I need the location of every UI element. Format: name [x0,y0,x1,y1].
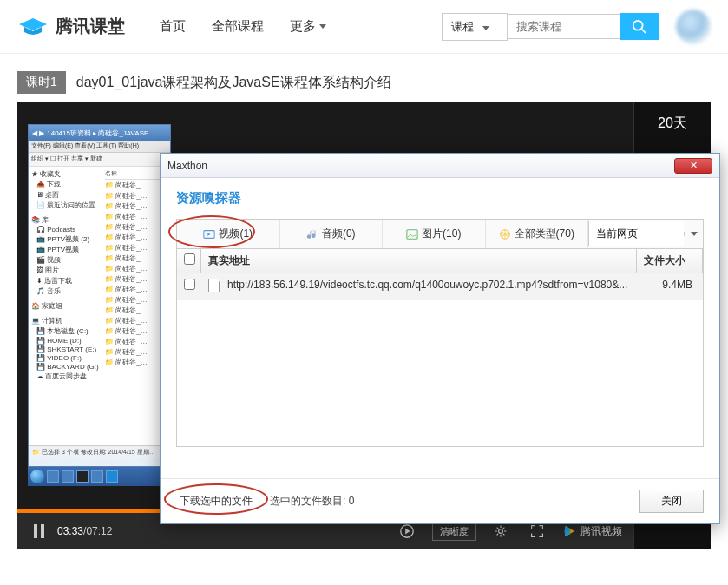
header-size[interactable]: 文件大小 [637,249,703,273]
brand-text: 腾讯课堂 [56,15,125,38]
svg-marker-8 [208,233,212,236]
brand-logo[interactable]: 腾讯课堂 [17,15,125,38]
resource-table: 真实地址 文件大小 http://183.56.149.19/videoctfs… [176,249,704,447]
replay-icon [399,523,415,539]
search-button[interactable] [620,13,659,40]
audio-icon [306,228,318,240]
explorer-menubar: 文件(F) 编辑(E) 查看(V) 工具(T) 帮助(H) [29,141,170,153]
sniffer-dialog: Maxthon ✕ 资源嗅探器 视频(1) 音频(0) 图片(10) 全部类型(… [160,153,720,524]
resource-tabs: 视频(1) 音频(0) 图片(10) 全部类型(70) 当前网页 [176,219,704,249]
dialog-titlebar[interactable]: Maxthon ✕ [161,154,719,178]
svg-marker-5 [405,528,410,534]
svg-rect-3 [41,524,44,538]
taskbar-item [62,470,74,483]
tab-audio[interactable]: 音频(0) [280,220,384,248]
nav-home[interactable]: 首页 [160,18,186,35]
explorer-titlebar: ◀ ▶ 140415班资料 ▸ 尚硅谷_JAVASE [29,125,170,141]
tencent-video-icon [561,523,577,539]
explorer-statusbar: 📁 已选择 3 个项 修改日期: 2014/4/15 星期… [29,445,170,459]
select-all-checkbox[interactable] [184,253,195,265]
table-header: 真实地址 文件大小 [177,249,703,273]
taskbar-item [91,470,103,483]
sniffer-heading: 资源嗅探器 [176,190,704,207]
quality-button[interactable]: 清晰度 [432,523,476,541]
page-select-dropdown[interactable] [684,232,703,236]
row-url: http://183.56.149.19/videoctfs.tc.qq.com… [220,279,637,295]
download-selected-button[interactable]: 下载选中的文件 [176,492,256,510]
nav-all-courses[interactable]: 全部课程 [212,18,264,35]
tencent-video-brand[interactable]: 腾讯视频 [561,523,622,539]
graduation-cap-icon [17,16,49,37]
nav-more[interactable]: 更多 [290,18,326,35]
row-checkbox[interactable] [184,279,195,290]
lesson-badge: 课时1 [17,71,66,94]
close-icon: ✕ [690,160,698,171]
chevron-down-icon [691,232,698,236]
fullscreen-icon [530,524,544,538]
gear-icon [494,524,508,538]
tab-video[interactable]: 视频(1) [177,220,280,248]
row-size: 9.4MB [637,279,703,295]
header-checkbox[interactable] [177,249,201,273]
explorer-tree: ★ 收藏夹 📥 下载 🖥 桌面 📄 最近访问的位置 📚 库 🎧 Podcasts… [29,167,102,445]
video-content-explorer-window: ◀ ▶ 140415班资料 ▸ 尚硅谷_JAVASE 文件(F) 编辑(E) 查… [28,124,171,467]
page-select[interactable]: 当前网页 [588,221,684,246]
all-types-icon [499,228,511,240]
file-icon [208,279,220,292]
replay-button[interactable] [394,523,420,539]
video-icon [203,228,215,240]
svg-rect-9 [407,229,417,239]
close-button[interactable]: 关闭 [639,490,704,513]
svg-point-6 [499,529,503,534]
svg-point-0 [633,20,643,30]
svg-point-10 [409,232,410,233]
settings-button[interactable] [489,524,513,538]
taskbar-item [76,470,89,483]
search-icon [632,19,647,35]
dialog-title-text: Maxthon [167,160,207,172]
table-row[interactable]: http://183.56.149.19/videoctfs.tc.qq.com… [177,273,703,300]
svg-line-1 [642,29,646,33]
lesson-title: day01_01java课程架构及JavaSE课程体系结构介绍 [76,74,391,92]
search-group: 课程 [442,10,711,44]
windows-taskbar [28,467,171,486]
image-icon [406,228,418,240]
user-avatar[interactable] [676,10,711,44]
tab-image[interactable]: 图片(10) [383,220,486,248]
chevron-down-icon [482,26,489,30]
header-address[interactable]: 真实地址 [201,249,637,273]
site-header: 腾讯课堂 首页 全部课程 更多 课程 [0,0,728,54]
start-orb-icon [30,470,44,483]
chevron-down-icon [319,24,326,29]
fullscreen-button[interactable] [525,524,549,538]
tab-all[interactable]: 全部类型(70) [486,220,589,248]
time-display: 03:33/07:12 [57,525,112,537]
lesson-title-bar: 课时1 day01_01java课程架构及JavaSE课程体系结构介绍 [0,54,728,102]
dialog-close-button[interactable]: ✕ [674,158,712,174]
pause-button[interactable] [28,524,50,538]
dialog-footer: 下载选中的文件 选中的文件数目: 0 关闭 [161,478,719,523]
taskbar-item [106,470,118,483]
explorer-toolbar: 组织 ▾ ☐ 打开 共享 ▾ 新建 [29,153,170,167]
main-nav: 首页 全部课程 更多 [160,18,326,35]
selected-count-label: 选中的文件数目: 0 [270,494,354,509]
sidebar-days: 20天 [634,102,711,138]
search-input[interactable] [508,14,620,39]
search-category-select[interactable]: 课程 [442,13,508,41]
pause-icon [33,524,45,538]
taskbar-item [47,470,59,483]
svg-rect-2 [34,524,37,538]
